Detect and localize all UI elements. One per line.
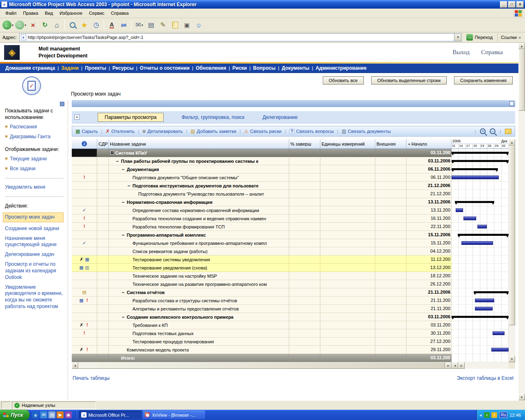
collapse-icon[interactable]: − bbox=[110, 151, 114, 155]
units-cell[interactable] bbox=[320, 165, 375, 173]
grid-vertical-scrollbar[interactable]: ▲ ▼ bbox=[509, 139, 515, 362]
nav-item-1[interactable]: Задачи bbox=[60, 65, 80, 71]
column-header-sdr[interactable]: СДР bbox=[97, 139, 109, 149]
nav-item-8[interactable]: Документы bbox=[281, 65, 310, 71]
nav-item-9[interactable]: Администрирование bbox=[314, 65, 368, 71]
start-button[interactable]: Пуск bbox=[0, 410, 30, 420]
percent-complete-cell[interactable] bbox=[289, 182, 320, 190]
units-cell[interactable] bbox=[320, 313, 375, 321]
task-name-cell[interactable]: −Документация bbox=[109, 165, 289, 173]
task-name-cell[interactable]: Требования к КП bbox=[109, 321, 289, 329]
sidebar-item[interactable]: Расписания bbox=[5, 124, 64, 130]
percent-complete-cell[interactable] bbox=[289, 321, 320, 329]
export-excel-link[interactable]: Экспорт таблицы в Excel bbox=[457, 375, 514, 381]
show-desktop-icon[interactable]: ▤ bbox=[48, 411, 55, 418]
camera-button[interactable]: ▣ bbox=[181, 19, 192, 31]
start-date-cell[interactable]: 22.11.200 bbox=[406, 223, 452, 231]
percent-complete-cell[interactable] bbox=[289, 346, 320, 354]
taskbar-task-0[interactable]: eMicrosoft Office Pr... bbox=[79, 411, 142, 419]
grid-tool-add-notes[interactable]: ▤Добавить заметки bbox=[190, 129, 236, 134]
scroll-up-icon[interactable]: ▲ bbox=[509, 139, 515, 146]
units-cell[interactable] bbox=[320, 206, 375, 215]
task-name-cell[interactable]: −Создание комплексного контрольного прим… bbox=[109, 313, 289, 321]
address-input[interactable]: e http://phpoint/projectserver/Tasks/Tas… bbox=[19, 33, 462, 41]
nav-item-6[interactable]: Риски bbox=[231, 65, 248, 71]
back-button[interactable]: ←▾ bbox=[2, 19, 14, 31]
percent-complete-cell[interactable] bbox=[289, 206, 320, 215]
start-date-cell[interactable]: 18.12.200 bbox=[406, 272, 452, 280]
percent-complete-cell[interactable] bbox=[289, 272, 320, 280]
task-name-cell[interactable]: Тестирование процедур планирования bbox=[109, 338, 289, 346]
start-date-cell[interactable]: 21.12.200 bbox=[406, 190, 452, 198]
help-link[interactable]: Справка bbox=[481, 49, 503, 56]
grid-tool-link-documents[interactable]: ▥Связать документы bbox=[342, 129, 391, 134]
percent-complete-cell[interactable] bbox=[289, 247, 320, 256]
start-date-cell[interactable]: 15.11.200 bbox=[406, 239, 452, 247]
fonts-button[interactable]: А bbox=[106, 19, 117, 31]
notes-button[interactable]: ▯ bbox=[169, 19, 180, 31]
dropdown-arrow-icon[interactable]: ▾ bbox=[142, 23, 143, 27]
gantt-horizontal-scrollbar[interactable]: ◄ ► bbox=[452, 362, 509, 369]
units-cell[interactable] bbox=[320, 272, 375, 280]
logout-link[interactable]: Выход bbox=[452, 49, 470, 56]
percent-complete-cell[interactable] bbox=[289, 157, 320, 165]
units-cell[interactable] bbox=[320, 338, 375, 346]
task-name-cell[interactable]: Подготовка документа "Общее описание сис… bbox=[109, 173, 289, 182]
start-date-cell[interactable]: 30.11.200 bbox=[406, 329, 452, 338]
nav-item-0[interactable]: Домашняя страница bbox=[4, 65, 56, 71]
sidebar-item[interactable]: Уведомление руководителя о времени, когд… bbox=[5, 284, 64, 310]
task-name-cell[interactable]: −Нормативно-справочная информация bbox=[109, 198, 289, 206]
collapse-icon[interactable]: − bbox=[122, 289, 127, 296]
task-name-cell[interactable]: Разработка технологии формирования ТСП bbox=[109, 223, 289, 231]
percent-complete-cell[interactable] bbox=[289, 280, 320, 288]
start-date-cell[interactable]: 26.12.200 bbox=[406, 280, 452, 288]
sidebar-item[interactable]: Все задачи bbox=[5, 166, 64, 172]
start-date-cell[interactable]: 11.12.200 bbox=[406, 256, 452, 264]
xnview-icon[interactable]: ◉ bbox=[65, 411, 72, 418]
percent-complete-cell[interactable] bbox=[289, 297, 320, 305]
action-button-2[interactable]: Сохранить изменения bbox=[454, 76, 513, 84]
scroll-right-icon[interactable]: ► bbox=[445, 362, 452, 369]
units-cell[interactable] bbox=[320, 198, 375, 206]
start-date-cell[interactable]: 13.11.200 bbox=[406, 206, 452, 215]
units-cell[interactable] bbox=[320, 305, 375, 313]
column-header-start[interactable]: ▲Начало bbox=[406, 139, 452, 149]
tab-2[interactable]: Делегирование bbox=[262, 114, 297, 120]
task-name-cell[interactable]: Комплексная модель проекта bbox=[109, 346, 289, 354]
nav-item-5[interactable]: Обновления bbox=[194, 65, 227, 71]
units-cell[interactable] bbox=[320, 280, 375, 288]
percent-complete-cell[interactable] bbox=[289, 198, 320, 206]
units-cell[interactable] bbox=[320, 247, 375, 256]
menu-item-Справка[interactable]: Справка bbox=[108, 9, 132, 17]
mail-button[interactable]: ✉▾ bbox=[134, 19, 145, 31]
task-name-cell[interactable]: −Программно-аппаратный комплекс bbox=[109, 231, 289, 239]
nav-item-4[interactable]: Отчеты о состоянии bbox=[139, 65, 191, 71]
start-date-cell[interactable]: 13.11.2006 bbox=[406, 198, 452, 206]
units-cell[interactable] bbox=[320, 329, 375, 338]
grid-tool-link-risks[interactable]: ⚠Связать риски bbox=[244, 129, 281, 134]
sidebar-collapse-button[interactable] bbox=[60, 102, 64, 106]
start-date-cell[interactable]: 16.11.200 bbox=[406, 215, 452, 223]
percent-complete-cell[interactable] bbox=[289, 215, 320, 223]
browser-scrollbar[interactable]: ▲ ▼ bbox=[518, 43, 525, 400]
zoom-out-icon[interactable]: − bbox=[490, 128, 495, 134]
scroll-left-icon[interactable]: ◄ bbox=[72, 362, 78, 369]
media-player-icon[interactable]: ▶ bbox=[57, 411, 64, 418]
start-date-cell[interactable]: 13.12.200 bbox=[406, 264, 452, 272]
task-name-cell[interactable]: Итого: bbox=[109, 354, 289, 362]
nav-item-3[interactable]: Ресурсы bbox=[111, 65, 135, 71]
units-cell[interactable] bbox=[320, 297, 375, 305]
sidebar-item[interactable]: Диаграммы Ганта bbox=[5, 134, 64, 140]
units-cell[interactable] bbox=[320, 182, 375, 190]
menu-item-Вид[interactable]: Вид bbox=[42, 9, 56, 17]
task-name-cell[interactable]: Определение состава нормативно-справочно… bbox=[109, 206, 289, 215]
start-date-cell[interactable]: 03.11.200 bbox=[406, 321, 452, 329]
stop-button[interactable]: × bbox=[27, 19, 39, 31]
task-name-cell[interactable]: −Система отчётов bbox=[109, 288, 289, 297]
close-button[interactable]: × bbox=[516, 1, 524, 8]
print-table-link[interactable]: Печать таблицы bbox=[73, 375, 110, 381]
language-indicator[interactable]: Ru bbox=[499, 412, 507, 418]
history-button[interactable]: ◷ bbox=[91, 19, 102, 31]
percent-complete-cell[interactable] bbox=[289, 256, 320, 264]
units-cell[interactable] bbox=[320, 157, 375, 165]
